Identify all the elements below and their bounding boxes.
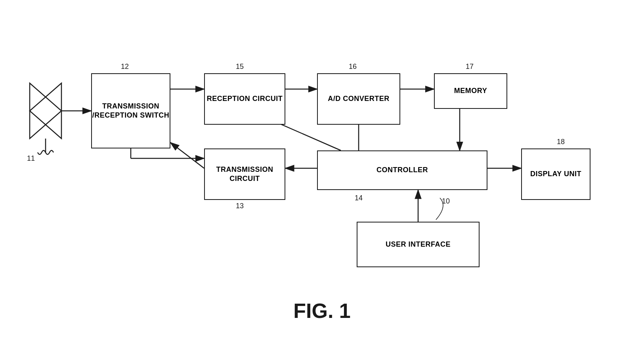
block-controller: CONTROLLER (317, 150, 487, 190)
figure-caption: FIG. 1 (0, 299, 644, 323)
block-transmission-reception-switch: TRANSMISSION /RECEPTION SWITCH (91, 73, 170, 148)
block-ad-converter: A/D CONVERTER (317, 73, 400, 125)
label-11: 11 (27, 154, 35, 163)
label-18: 18 (557, 138, 565, 146)
label-17: 17 (466, 63, 474, 71)
svg-marker-2 (30, 83, 61, 139)
block-memory: MEMORY (434, 73, 507, 109)
block-transmission-circuit: TRANSMISSION CIRCUIT (204, 148, 285, 200)
label-16: 16 (349, 63, 357, 71)
label-14: 14 (355, 194, 363, 202)
label-13: 13 (236, 202, 244, 210)
svg-marker-3 (30, 83, 61, 139)
label-15: 15 (236, 63, 244, 71)
label-12: 12 (121, 63, 129, 71)
svg-line-13 (170, 143, 204, 168)
block-display-unit: DISPLAY UNIT (521, 148, 590, 200)
block-user-interface: USER INTERFACE (357, 222, 480, 267)
block-reception-circuit: RECEPTION CIRCUIT (204, 73, 285, 125)
label-10: 10 (442, 197, 450, 205)
